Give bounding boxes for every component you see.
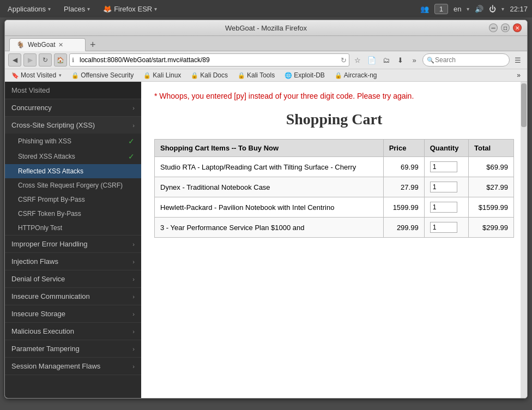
aircrack-label: Aircrack-ng bbox=[344, 71, 377, 79]
taskbar-applications[interactable]: Applications ▾ bbox=[4, 4, 54, 14]
bookmark-exploit-db[interactable]: 🌐 Exploit-DB bbox=[281, 71, 328, 80]
search-icon: 🔍 bbox=[427, 57, 434, 64]
download-icon[interactable]: ⬇ bbox=[394, 54, 406, 66]
taskbar-firefox-arrow: ▾ bbox=[154, 6, 157, 12]
taskbar-places-label: Places bbox=[64, 5, 85, 13]
stored-xss-label: Stored XSS Attacks bbox=[18, 153, 75, 160]
scrollbar-thumb[interactable] bbox=[521, 83, 527, 127]
quantity-input[interactable] bbox=[430, 202, 457, 213]
table-cell-quantity bbox=[424, 218, 468, 238]
sidebar-item-improper-error[interactable]: Improper Error Handling › bbox=[5, 236, 141, 252]
tab-webgoat[interactable]: 🐐 WebGoat ✕ bbox=[9, 38, 86, 51]
search-container: 🔍 bbox=[422, 53, 510, 67]
table-row: Hewlett-Packard - Pavilion Notebook with… bbox=[155, 197, 514, 218]
home-button[interactable]: 🏠 bbox=[54, 53, 67, 67]
taskbar-firefox[interactable]: 🦊 Firefox ESR ▾ bbox=[100, 4, 160, 14]
insecure-comm-label: Insecure Communication bbox=[11, 292, 90, 300]
quantity-input[interactable] bbox=[430, 222, 457, 233]
sidebar-item-reflected-xss[interactable]: Reflected XSS Attacks bbox=[5, 164, 141, 178]
close-button[interactable]: ✕ bbox=[513, 23, 522, 32]
kali-docs-icon: 🔒 bbox=[191, 72, 198, 79]
minimize-button[interactable]: ─ bbox=[489, 23, 498, 32]
sidebar-item-xss[interactable]: Cross-Site Scripting (XSS) › bbox=[5, 117, 141, 134]
quantity-input[interactable] bbox=[430, 182, 457, 192]
sidebar-item-csrf[interactable]: Cross Site Request Forgery (CSRF) bbox=[5, 178, 141, 192]
taskbar-places[interactable]: Places ▾ bbox=[61, 4, 93, 14]
sidebar-section-parameter: Parameter Tampering › bbox=[5, 340, 141, 358]
bookmark-star-icon[interactable]: ☆ bbox=[352, 54, 364, 66]
table-cell-price: 1599.99 bbox=[383, 197, 424, 218]
offensive-security-label: Offensive Security bbox=[81, 71, 134, 79]
sidebar-item-stored-xss[interactable]: Stored XSS Attacks ✓ bbox=[5, 149, 141, 164]
taskbar-lang[interactable]: en bbox=[454, 5, 461, 13]
sidebar-item-csrf-bypass[interactable]: CSRF Prompt By-Pass bbox=[5, 192, 141, 207]
sidebar-item-parameter[interactable]: Parameter Tampering › bbox=[5, 340, 141, 357]
maximize-button[interactable]: □ bbox=[501, 23, 510, 32]
pocket-icon[interactable]: 🗂 bbox=[380, 54, 392, 66]
tab-favicon: 🐐 bbox=[16, 41, 25, 49]
concurrency-arrow-icon: › bbox=[132, 105, 135, 111]
injection-arrow-icon: › bbox=[132, 258, 135, 265]
sidebar-item-insecure-storage[interactable]: Insecure Storage › bbox=[5, 305, 141, 322]
bookmark-kali-docs[interactable]: 🔒 Kali Docs bbox=[188, 71, 231, 80]
kali-linux-icon: 🔒 bbox=[143, 72, 151, 79]
quantity-input[interactable] bbox=[430, 161, 457, 172]
back-button[interactable]: ◀ bbox=[8, 53, 21, 67]
search-input[interactable] bbox=[422, 53, 510, 67]
refresh-button[interactable]: ↻ bbox=[39, 53, 52, 67]
table-body: Studio RTA - Laptop/Reading Cart with Ti… bbox=[155, 157, 514, 238]
url-input[interactable] bbox=[76, 53, 341, 67]
improper-error-label: Improper Error Handling bbox=[11, 240, 87, 248]
taskbar-clock: 22:17 bbox=[510, 5, 528, 13]
malicious-arrow-icon: › bbox=[132, 328, 135, 335]
phishing-xss-label: Phishing with XSS bbox=[18, 137, 71, 145]
new-tab-button[interactable]: + bbox=[87, 39, 99, 51]
sidebar-item-insecure-comm[interactable]: Insecure Communication › bbox=[5, 288, 141, 305]
forward-button[interactable]: ▶ bbox=[23, 53, 37, 67]
insecure-storage-arrow-icon: › bbox=[132, 311, 135, 317]
improper-error-arrow-icon: › bbox=[132, 241, 135, 248]
reflected-xss-label: Reflected XSS Attacks bbox=[18, 167, 83, 175]
os-taskbar: Applications ▾ Places ▾ 🦊 Firefox ESR ▾ … bbox=[0, 0, 532, 17]
sidebar-item-csrf-token[interactable]: CSRF Token By-Pass bbox=[5, 207, 141, 221]
sidebar-item-malicious[interactable]: Malicious Execution › bbox=[5, 323, 141, 340]
bookmark-kali-tools[interactable]: 🔒 Kali Tools bbox=[234, 71, 278, 80]
bookmark-offensive-security[interactable]: 🔒 Offensive Security bbox=[68, 71, 137, 80]
injection-label: Injection Flaws bbox=[11, 257, 58, 266]
window-controls: ─ □ ✕ bbox=[489, 23, 522, 32]
exploit-db-icon: 🌐 bbox=[285, 72, 292, 79]
bookmark-aircrack[interactable]: 🔒 Aircrack-ng bbox=[331, 71, 380, 80]
taskbar-workspace[interactable]: 1 bbox=[434, 4, 448, 14]
sidebar-item-concurrency[interactable]: Concurrency › bbox=[5, 99, 141, 116]
sidebar-item-dos[interactable]: Denial of Service › bbox=[5, 270, 141, 287]
url-container: ℹ ↻ bbox=[69, 53, 349, 67]
table-cell-total: $27.99 bbox=[468, 177, 513, 197]
sidebar-section-insecure-comm: Insecure Communication › bbox=[5, 288, 141, 305]
kali-tools-icon: 🔒 bbox=[238, 72, 245, 79]
shopping-table: Shopping Cart Items -- To Buy Now Price … bbox=[154, 139, 514, 238]
csrf-label: Cross Site Request Forgery (CSRF) bbox=[18, 182, 123, 189]
sidebar-item-httponly[interactable]: HTTPOnly Test bbox=[5, 221, 141, 235]
sidebar-section-malicious: Malicious Execution › bbox=[5, 323, 141, 340]
bookmarks-bar: 🔖 Most Visited ▾ 🔒 Offensive Security 🔒 … bbox=[5, 69, 527, 82]
bookmark-kali-linux[interactable]: 🔒 Kali Linux bbox=[140, 71, 184, 80]
phishing-xss-check-icon: ✓ bbox=[128, 137, 135, 146]
sidebar: Most Visited Concurrency › Cross-Site Sc… bbox=[5, 82, 141, 398]
more-tools-icon[interactable]: » bbox=[408, 54, 420, 66]
col-header-quantity: Quantity bbox=[424, 140, 468, 157]
table-row: Studio RTA - Laptop/Reading Cart with Ti… bbox=[155, 157, 514, 177]
concurrency-label: Concurrency bbox=[11, 104, 52, 112]
session-arrow-icon: › bbox=[132, 363, 135, 370]
reader-view-icon[interactable]: 📄 bbox=[366, 54, 378, 66]
sidebar-item-injection[interactable]: Injection Flaws › bbox=[5, 253, 141, 270]
bookmark-most-visited[interactable]: 🔖 Most Visited ▾ bbox=[8, 71, 65, 80]
menu-button[interactable]: ☰ bbox=[512, 54, 524, 66]
table-cell-name: 3 - Year Performance Service Plan $1000 … bbox=[155, 218, 384, 238]
sidebar-item-session[interactable]: Session Management Flaws › bbox=[5, 358, 141, 375]
dos-label: Denial of Service bbox=[11, 275, 65, 283]
sidebar-item-phishing-xss[interactable]: Phishing with XSS ✓ bbox=[5, 134, 141, 149]
scrollbar[interactable] bbox=[521, 82, 527, 398]
tab-close-button[interactable]: ✕ bbox=[58, 41, 63, 49]
bookmarks-more[interactable]: » bbox=[513, 71, 524, 80]
sidebar-section-concurrency: Concurrency › bbox=[5, 99, 141, 117]
